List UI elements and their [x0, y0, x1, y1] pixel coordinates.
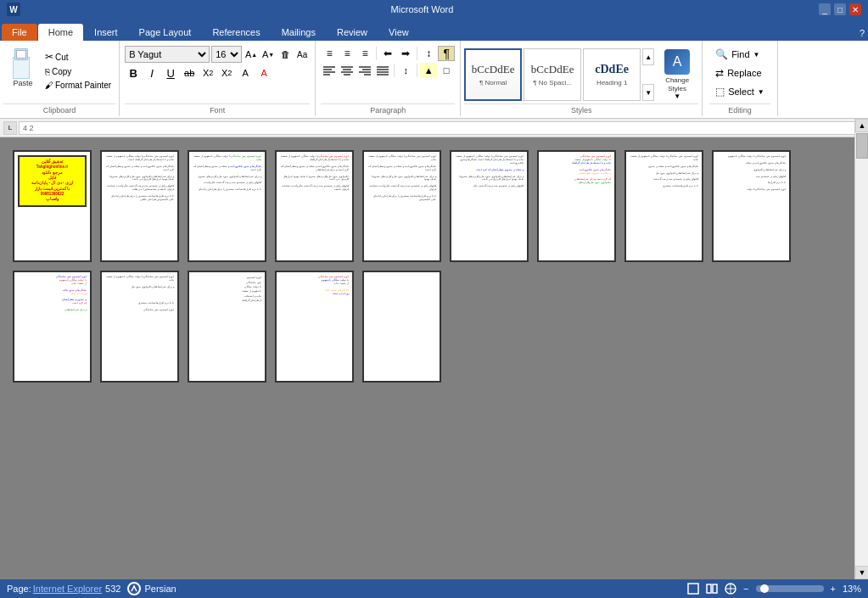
page-thumb-8[interactable]: لورم ایپسوم متن ساختگی با تولید سادگی نا…	[624, 150, 703, 262]
highlight-button[interactable]: A	[237, 64, 254, 81]
format-painter-button[interactable]: 🖌 Format Painter	[42, 79, 114, 92]
subscript-button[interactable]: X2	[199, 64, 216, 81]
svg-rect-18	[713, 584, 717, 593]
scroll-thumb[interactable]	[856, 133, 868, 159]
tab-home[interactable]: Home	[38, 24, 83, 41]
cut-button[interactable]: ✂ Cut	[42, 49, 114, 64]
page-thumb-14[interactable]	[362, 271, 441, 383]
page-thumb-6[interactable]: لورم ایپسوم متن ساختگی با تولید سادگی نا…	[450, 150, 529, 262]
style-no-spacing-label: ¶ No Spaci...	[533, 79, 572, 87]
maximize-button[interactable]: □	[834, 3, 846, 15]
tab-file[interactable]: File	[2, 24, 37, 41]
justify-button[interactable]	[374, 63, 391, 78]
ribbon-tabs: File Home Insert Page Layout References …	[0, 19, 868, 41]
page-9-content: لورم ایپسوم متن ساختگی با تولید سادگی نا…	[717, 155, 786, 192]
zoom-slider[interactable]	[756, 585, 824, 592]
show-hide-button[interactable]: ¶	[438, 46, 455, 61]
ruler: 4 2	[19, 121, 865, 135]
tab-insert[interactable]: Insert	[84, 24, 128, 41]
numbering-button[interactable]: ≡	[339, 46, 356, 61]
align-right-button[interactable]	[356, 63, 373, 78]
scroll-track[interactable]	[855, 132, 868, 566]
style-normal-label: ¶ Normal	[479, 79, 507, 87]
page-thumb-9[interactable]: لورم ایپسوم متن ساختگی با تولید سادگی نا…	[712, 150, 791, 262]
view-normal-button[interactable]	[687, 583, 699, 595]
shading-button[interactable]: ▲	[420, 63, 437, 78]
page-thumb-3[interactable]: لورم ایپسوم متن ساختگی با تولید سادگی نا…	[188, 150, 266, 262]
page-11-content: لورم ایپسوم متن ساختگی با تولید سادگی نا…	[105, 276, 174, 312]
align-left-button[interactable]	[321, 63, 338, 78]
line-spacing-button[interactable]: ↕	[397, 63, 414, 78]
styles-scroll-down[interactable]: ▼	[642, 84, 654, 101]
page-thumb-12[interactable]: لورم ایپسوم متن ساختگی با تولید سادگی نا…	[188, 271, 266, 383]
page-label: Page:	[7, 584, 31, 594]
tab-mailings[interactable]: Mailings	[272, 24, 326, 41]
svg-rect-17	[707, 584, 711, 593]
tab-page-layout[interactable]: Page Layout	[129, 24, 202, 41]
bullets-button[interactable]: ≡	[321, 46, 338, 61]
replace-button[interactable]: ⇄ Replace	[709, 64, 770, 81]
sort-button[interactable]: ↕	[420, 46, 437, 61]
close-button[interactable]: ✕	[849, 3, 861, 15]
paste-label: Paste	[13, 79, 32, 87]
find-button[interactable]: 🔍 Find ▼	[709, 46, 770, 63]
font-color-button[interactable]: A	[255, 64, 272, 81]
multilevel-button[interactable]: ≡	[356, 46, 373, 61]
underline-button[interactable]: U	[162, 64, 179, 81]
style-normal-text: bCcDdEe	[472, 63, 515, 76]
scroll-up-button[interactable]: ▲	[855, 119, 868, 132]
page-thumb-10[interactable]: لورم ایپسوم متن ساختگی با تولید سادگی نا…	[13, 271, 92, 383]
increase-indent-button[interactable]: ➡	[397, 46, 414, 61]
cut-label: Cut	[55, 53, 69, 62]
title-bar-text: Microsoft Word	[25, 4, 819, 14]
style-heading1-button[interactable]: cDdEe Heading 1	[583, 48, 641, 101]
superscript-button[interactable]: X2	[218, 64, 235, 81]
zoom-out-button[interactable]: −	[743, 584, 748, 594]
tab-review[interactable]: Review	[327, 24, 378, 41]
page-thumb-5[interactable]: لورم ایپسوم متن ساختگی با تولید سادگی نا…	[362, 150, 441, 262]
change-styles-button[interactable]: A Change Styles ▼	[656, 46, 698, 103]
page-thumb-4[interactable]: لورم ایپسوم متن ساختگی با تولید سادگی نا…	[275, 150, 354, 262]
ruler-corner[interactable]: L	[3, 121, 17, 135]
styles-scroll-up[interactable]: ▲	[642, 48, 654, 65]
strikethrough-button[interactable]: ab	[181, 64, 198, 81]
decrease-indent-button[interactable]: ⬅	[379, 46, 396, 61]
borders-button[interactable]: □	[438, 63, 455, 78]
font-size-select[interactable]: 16	[211, 46, 242, 63]
view-reading-button[interactable]	[706, 583, 718, 595]
spell-check-icon[interactable]	[127, 582, 141, 595]
clear-format-button[interactable]: 🗑	[277, 47, 293, 62]
page-thumb-2[interactable]: لورم ایپسوم متن ساختگی با تولید سادگی نا…	[100, 150, 179, 262]
style-normal-button[interactable]: bCcDdEe ¶ Normal	[464, 48, 522, 101]
copy-button[interactable]: ⎘ Copy	[42, 65, 114, 78]
change-case-button[interactable]: Aa	[294, 47, 310, 62]
zoom-slider-thumb[interactable]	[760, 584, 769, 593]
page-thumb-7[interactable]: لورم ایپسوم متن ساختگی با تولید سادگی نا…	[537, 150, 616, 262]
styles-group: bCcDdEe ¶ Normal bCcDdEe ¶ No Spaci... c…	[461, 41, 703, 116]
status-bar: Page: Internet Explorer 532 Persian − + …	[0, 579, 868, 598]
shrink-font-button[interactable]: A▼	[260, 47, 276, 62]
scroll-down-button[interactable]: ▼	[855, 566, 868, 579]
tab-view[interactable]: View	[378, 24, 419, 41]
bold-button[interactable]: B	[125, 64, 142, 81]
tab-references[interactable]: References	[202, 24, 270, 41]
style-no-spacing-button[interactable]: bCcDdEe ¶ No Spaci...	[524, 48, 581, 101]
help-icon[interactable]: ?	[860, 28, 865, 38]
font-name-select[interactable]: B Yagut	[125, 46, 210, 63]
zoom-in-button[interactable]: +	[831, 584, 836, 594]
page-thumb-11[interactable]: لورم ایپسوم متن ساختگی با تولید سادگی نا…	[100, 271, 179, 383]
page-thumb-13[interactable]: لورم ایپسوم متن ساختگی با تولید سادگی نا…	[275, 271, 354, 383]
select-button[interactable]: ⬚ Select ▼	[709, 83, 770, 100]
internet-explorer-link[interactable]: Internet Explorer	[33, 584, 102, 594]
grow-font-button[interactable]: A▲	[244, 47, 259, 62]
italic-button[interactable]: I	[143, 64, 160, 81]
page-7-content: لورم ایپسوم متن ساختگی با تولید سادگی نا…	[542, 155, 611, 185]
page-12-content: لورم ایپسوم متن ساختگی با تولید سادگی نا…	[193, 276, 261, 303]
paste-button[interactable]: Paste	[5, 46, 41, 90]
minimize-button[interactable]: _	[819, 3, 831, 15]
align-center-button[interactable]	[339, 63, 356, 78]
page-thumb-1[interactable]: تحقیق آنلاینTahghighonline.irمرجع دانلود…	[13, 150, 92, 262]
page-2-content: لورم ایپسوم متن ساختگی با تولید سادگی نا…	[105, 155, 174, 201]
view-web-button[interactable]	[725, 583, 736, 595]
page-6-content: لورم ایپسوم متن ساختگی با تولید سادگی نا…	[455, 155, 524, 188]
